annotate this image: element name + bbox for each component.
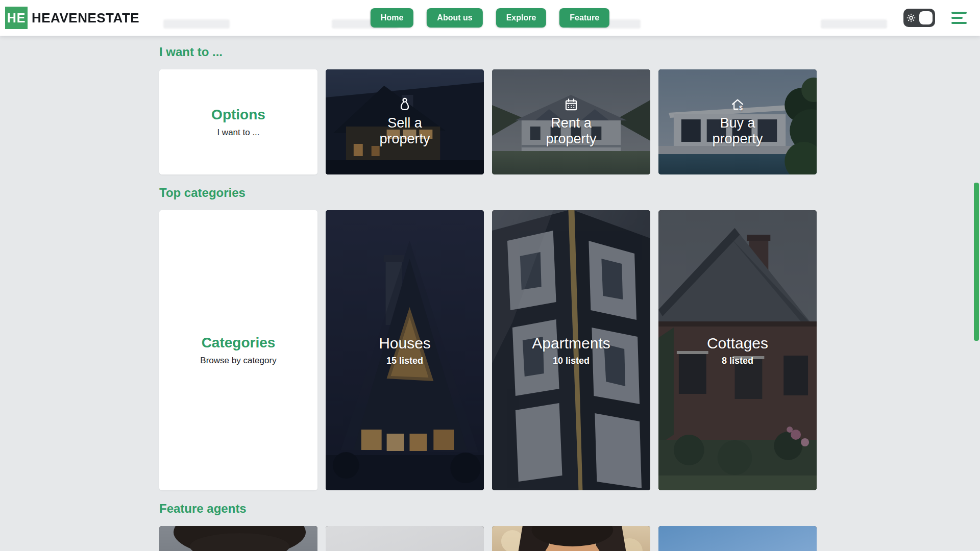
top-navbar: HE HEAVENESTATE Home About us Explore Fe…	[0, 0, 980, 36]
hamburger-menu-icon[interactable]	[951, 12, 967, 24]
options-section-heading: I want to ...	[159, 45, 980, 59]
agent-photo	[159, 526, 317, 551]
option-card-label: Sell a property	[366, 115, 443, 147]
scrolled-ghost-text	[163, 19, 230, 29]
category-card-title: Houses	[379, 335, 431, 352]
category-card-apartments[interactable]: Apartments 10 listed	[492, 210, 650, 490]
nav-button-home[interactable]: Home	[371, 8, 413, 28]
house-dollar-icon: $	[730, 97, 745, 112]
categories-intro-title: Categories	[202, 335, 276, 351]
theme-toggle[interactable]	[903, 9, 935, 27]
calendar-icon	[564, 97, 579, 112]
options-intro-subtitle: I want to ...	[217, 128, 259, 138]
nav-button-feature[interactable]: Feature	[559, 8, 609, 28]
page-content: I want to ... Options I want to ...	[0, 0, 980, 551]
options-intro-title: Options	[211, 107, 265, 123]
svg-text:$: $	[739, 105, 743, 112]
main-nav: Home About us Explore Feature	[371, 8, 609, 28]
navbar-right-controls	[903, 9, 967, 27]
option-card-label: Rent a property	[533, 115, 609, 147]
page-scrollbar-thumb[interactable]	[974, 183, 979, 341]
brand-name: HEAVENESTATE	[32, 10, 139, 26]
categories-intro-card: Categories Browse by category	[159, 210, 317, 490]
agent-photo	[492, 526, 650, 551]
sun-icon	[906, 13, 916, 23]
agents-card-row	[159, 526, 817, 551]
nav-button-explore[interactable]: Explore	[496, 8, 547, 28]
agent-card-4[interactable]	[658, 526, 817, 551]
categories-section-heading: Top categories	[159, 186, 980, 200]
category-card-count: 8 listed	[722, 356, 753, 366]
category-card-houses[interactable]: Houses 15 listed	[326, 210, 484, 490]
agent-card-1[interactable]	[159, 526, 317, 551]
category-card-title: Cottages	[707, 335, 768, 352]
option-card-rent-property[interactable]: Rent a property	[492, 69, 650, 174]
scrolled-ghost-text	[821, 19, 887, 29]
theme-toggle-knob[interactable]	[919, 11, 933, 24]
money-bag-icon	[397, 97, 412, 112]
options-intro-card: Options I want to ...	[159, 69, 317, 174]
agent-photo	[326, 526, 484, 551]
nav-button-about-us[interactable]: About us	[427, 8, 482, 28]
agents-section-heading: Feature agents	[159, 502, 980, 516]
categories-intro-subtitle: Browse by category	[200, 356, 276, 366]
options-card-row: Options I want to ...	[159, 69, 817, 174]
option-card-sell-property[interactable]: Sell a property	[326, 69, 484, 174]
option-card-label: Buy a property	[699, 115, 776, 147]
agent-photo	[658, 526, 817, 551]
categories-card-row: Categories Browse by category	[159, 210, 817, 490]
category-card-count: 10 listed	[553, 356, 590, 366]
brand-logo[interactable]: HE HEAVENESTATE	[5, 7, 139, 29]
category-card-title: Apartments	[532, 335, 610, 352]
category-card-count: 15 listed	[386, 356, 423, 366]
agent-card-3[interactable]	[492, 526, 650, 551]
category-card-cottages[interactable]: Cottages 8 listed	[658, 210, 817, 490]
agent-card-2[interactable]	[326, 526, 484, 551]
logo-mark: HE	[5, 7, 28, 29]
option-card-buy-property[interactable]: $ Buy a property	[658, 69, 817, 174]
